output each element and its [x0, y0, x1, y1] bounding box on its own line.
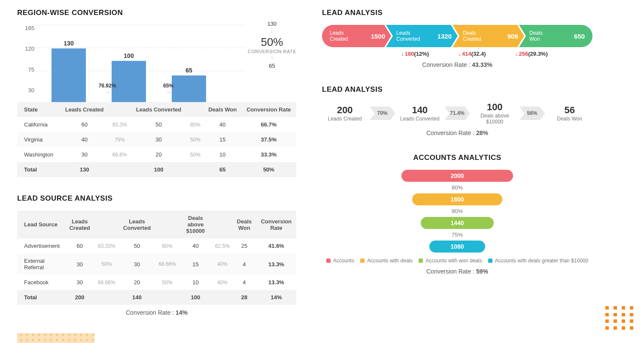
col-header: Conversion Rate: [241, 102, 296, 117]
cell: 30: [60, 147, 109, 162]
funnel-drop: ↓414(32.4): [458, 51, 486, 57]
ytick: 120: [17, 45, 34, 52]
ytick: 30: [17, 87, 34, 93]
legend-swatch: [360, 259, 365, 263]
pill-pct: 80%: [322, 184, 592, 191]
col-header: [213, 211, 232, 238]
cell: Total: [17, 290, 64, 305]
legend-item: Accounts with deals: [360, 258, 413, 264]
funnel-stage: LeadsCreated1500: [322, 25, 391, 47]
funnel-stage: 200Leads Created: [322, 105, 368, 122]
cell: 28: [232, 290, 256, 305]
cell: [109, 162, 131, 177]
cell: 4: [232, 275, 256, 290]
table-row: Advertisement6083.33%5080%4062.5%2541.6%: [17, 238, 296, 253]
cell: 20: [118, 275, 156, 290]
decorative-dots-left: [17, 333, 94, 343]
funnel-drop: ↓180(12%): [401, 51, 429, 57]
accounts-section: ACCOUNTS ANALYTICS 200080%160090%144075%…: [322, 153, 592, 275]
accounts-footer: Conversion Rate : 59%: [322, 268, 592, 275]
legend-swatch: [326, 259, 331, 263]
cell: 30: [64, 275, 95, 290]
cell: 50%: [187, 147, 204, 162]
callout-big: 50%: [248, 36, 296, 49]
cell: Washington: [17, 147, 60, 162]
funnel-stage: 140Leads Converted: [397, 105, 443, 122]
step-pct: 76.92%→: [94, 83, 120, 96]
cell: 100: [131, 162, 187, 177]
source-title: LEAD SOURCE ANALYSIS: [17, 194, 296, 203]
callout-bot: 65: [248, 63, 296, 69]
funnel1-section: LEAD ANALYSIS LeadsCreated1500LeadsConve…: [322, 9, 592, 68]
stage-label: LeadsConverted: [396, 30, 420, 42]
funnel2-section: LEAD ANALYSIS 200Leads Created70%140Lead…: [322, 85, 592, 136]
ytick: 165: [17, 25, 34, 31]
legend-text: Accounts with deals: [367, 258, 413, 264]
funnel2-title: LEAD ANALYSIS: [322, 85, 592, 94]
callout-top: 130: [248, 21, 296, 27]
cell: 40%: [213, 275, 232, 290]
cell: 41.6%: [256, 238, 296, 253]
funnel-stage: LeadsConverted1320: [386, 25, 458, 47]
table-row: Virginia4075%3050%1537.5%: [17, 132, 296, 147]
region-section: REGION-WISE CONVERSION 165 120 75 30 130: [17, 9, 296, 177]
region-chart: 165 120 75 30 130 76.92%→: [17, 25, 245, 102]
stage-value: 1320: [437, 33, 452, 40]
funnel1-drops: ↓180(12%)↓414(32.4)↓256(29.3%): [322, 51, 592, 57]
ytick: 75: [17, 66, 34, 73]
accounts-title: ACCOUNTS ANALYTICS: [322, 153, 592, 162]
bar-leads-created: 130: [52, 40, 86, 102]
cell: 66.66%: [95, 275, 118, 290]
col-header: [95, 211, 118, 238]
bar-label: 130: [64, 40, 73, 47]
col-header: Conversion Rate: [256, 211, 296, 238]
cell: 10: [204, 147, 241, 162]
legend-swatch: [488, 259, 492, 263]
cell: 83.33%: [95, 238, 118, 253]
col-header: Deals Won: [232, 211, 256, 238]
cell: [156, 290, 179, 305]
cell: 40: [60, 132, 109, 147]
cell: 15: [204, 132, 241, 147]
table-row: Washington3066.6%2050%1033.3%: [17, 147, 296, 162]
cell: 66.6%: [109, 147, 131, 162]
cell: 10: [179, 275, 213, 290]
cell: 100: [179, 290, 213, 305]
cell: 62.5%: [213, 238, 232, 253]
pill-pct: 90%: [322, 208, 592, 214]
cell: [95, 290, 118, 305]
cell: 13.3%: [256, 275, 296, 290]
table-row: External Referral3050%3066.66%1540%413.3…: [17, 253, 296, 275]
cell: External Referral: [17, 253, 64, 275]
cell: 40: [179, 238, 213, 253]
down-arrow-icon: ↓: [458, 51, 461, 57]
stage-label: DealsCreated: [463, 30, 481, 42]
account-pill: 1080: [429, 241, 485, 253]
col-header: [187, 102, 204, 117]
col-header: Leads Converted: [118, 211, 156, 238]
legend-text: Accounts: [333, 258, 354, 264]
legend-item: Accounts with deals greater than $10000: [488, 258, 588, 264]
bar-label: 100: [124, 52, 134, 59]
cell: 50%: [156, 275, 179, 290]
cell: 50%: [95, 253, 118, 275]
stage-label: Deals Won: [547, 116, 593, 122]
cell: 200: [64, 290, 95, 305]
cell: [213, 290, 232, 305]
cell: 30: [118, 253, 156, 275]
stage-label: Leads Created: [322, 116, 368, 122]
cell: 13.3%: [256, 253, 296, 275]
cell: 60: [60, 117, 109, 132]
funnel-step-pct: 56%: [519, 106, 545, 120]
cell: Advertisement: [17, 238, 64, 253]
total-row: Total1301006550%: [17, 162, 296, 177]
stage-label: Deals above $10000: [472, 113, 518, 125]
table-row: California6083.3%5080%4066.7%: [17, 117, 296, 132]
col-header: Leads Converted: [131, 102, 187, 117]
cell: 80%: [156, 238, 179, 253]
step-pct: 65%→: [155, 83, 181, 96]
cell: 4: [232, 253, 256, 275]
funnel1-footer: Conversion Rate : 43.33%: [322, 61, 592, 68]
cell: Total: [17, 162, 60, 177]
cell: Facebook: [17, 275, 64, 290]
